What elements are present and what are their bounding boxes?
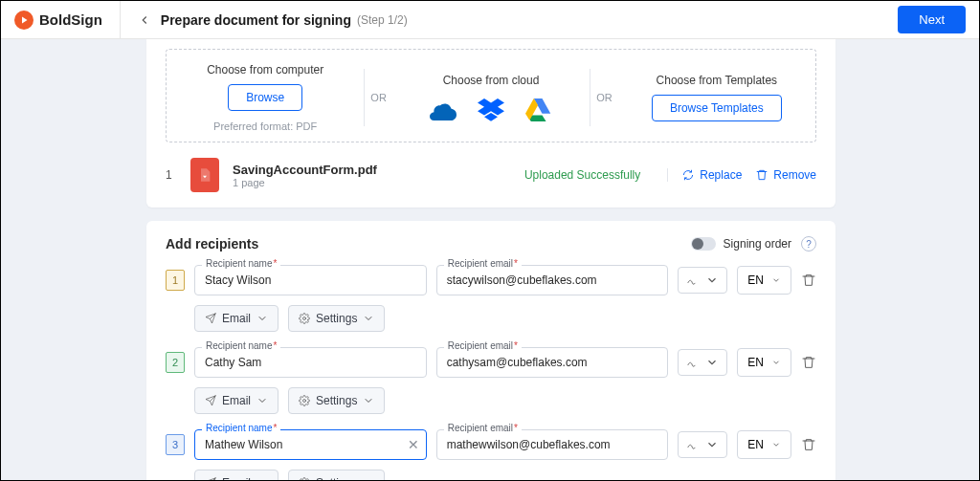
email-btn-label: Email (222, 394, 251, 407)
recipient-name-input[interactable] (194, 265, 427, 295)
language-label: EN (747, 438, 764, 451)
order-badge: 1 (166, 270, 185, 291)
upload-dropzone: Choose from computer Browse Preferred fo… (166, 49, 816, 142)
delete-recipient-button[interactable] (801, 437, 816, 452)
upload-status: Uploaded Successfully (524, 168, 640, 182)
upload-card: Choose from computer Browse Preferred fo… (146, 39, 835, 208)
replace-label: Replace (700, 168, 742, 182)
browse-button[interactable]: Browse (228, 84, 302, 111)
choose-templates-title: Choose from Templates (657, 74, 778, 87)
choose-computer-section: Choose from computer Browse Preferred fo… (167, 63, 364, 132)
or-separator: OR (590, 92, 618, 103)
choose-cloud-section: Choose from cloud (392, 74, 590, 121)
next-button[interactable]: Next (898, 6, 966, 33)
email-dropdown-button[interactable]: Email (194, 387, 278, 414)
help-icon[interactable]: ? (801, 236, 816, 251)
settings-dropdown-button[interactable]: Settings (288, 470, 385, 481)
recipient-row: 2 Recipient name Recipient email EN (166, 347, 816, 414)
recipient-email-input[interactable] (436, 265, 669, 295)
recipient-row: 3 Recipient name ✕ Recipient email EN (166, 429, 816, 481)
email-label: Recipient email (444, 423, 522, 433)
settings-btn-label: Settings (316, 312, 357, 325)
page-body: Choose from computer Browse Preferred fo… (1, 39, 980, 481)
name-label: Recipient name (202, 340, 280, 351)
back-button[interactable] (138, 13, 151, 27)
language-label: EN (747, 356, 764, 369)
remove-button[interactable]: Remove (755, 168, 816, 182)
email-dropdown-button[interactable]: Email (194, 305, 278, 332)
order-badge: 3 (166, 434, 185, 455)
signing-order-toggle[interactable] (691, 237, 716, 251)
brand-name: BoldSign (39, 11, 102, 28)
svg-point-1 (303, 400, 306, 403)
page-title: Prepare document for signing (161, 12, 351, 28)
recipients-title: Add recipients (166, 236, 258, 251)
signature-type-button[interactable] (678, 349, 727, 376)
logo-icon (14, 11, 33, 30)
svg-point-0 (303, 317, 306, 320)
order-badge: 2 (166, 352, 185, 373)
preferred-format: Preferred format: PDF (213, 120, 317, 132)
settings-btn-label: Settings (316, 394, 357, 407)
topbar: BoldSign Prepare document for signing (S… (1, 1, 979, 39)
or-separator: OR (365, 92, 392, 103)
brand-logo[interactable]: BoldSign (14, 1, 121, 38)
delete-recipient-button[interactable] (801, 355, 816, 370)
signature-type-button[interactable] (678, 267, 727, 294)
recipients-card: Add recipients Signing order ? 1 Recipie… (146, 221, 835, 481)
email-label: Recipient email (444, 258, 522, 269)
pdf-icon (190, 158, 219, 192)
language-button[interactable]: EN (737, 430, 791, 459)
settings-dropdown-button[interactable]: Settings (288, 305, 385, 332)
name-label: Recipient name (202, 423, 280, 433)
settings-dropdown-button[interactable]: Settings (288, 387, 385, 414)
file-name: SavingAccountForm.pdf (233, 163, 377, 177)
step-indicator: (Step 1/2) (357, 13, 408, 27)
email-btn-label: Email (222, 312, 251, 325)
onedrive-icon[interactable] (430, 98, 457, 121)
delete-recipient-button[interactable] (801, 273, 816, 288)
language-button[interactable]: EN (737, 266, 791, 295)
googledrive-icon[interactable] (525, 98, 552, 121)
language-label: EN (747, 273, 764, 287)
recipient-name-input[interactable] (194, 429, 427, 460)
name-label: Recipient name (202, 258, 280, 269)
replace-button[interactable]: Replace (681, 168, 742, 182)
email-btn-label: Email (222, 476, 251, 481)
recipient-email-input[interactable] (436, 429, 669, 460)
recipient-name-input[interactable] (194, 347, 427, 378)
settings-btn-label: Settings (316, 476, 357, 481)
file-index: 1 (166, 168, 177, 182)
recipient-email-input[interactable] (436, 347, 669, 378)
uploaded-file-row: 1 SavingAccountForm.pdf 1 page Uploaded … (166, 158, 816, 192)
clear-icon[interactable]: ✕ (408, 437, 419, 452)
email-label: Recipient email (444, 340, 522, 351)
file-pages: 1 page (233, 177, 377, 188)
browse-templates-button[interactable]: Browse Templates (652, 95, 782, 121)
choose-cloud-title: Choose from cloud (443, 74, 540, 87)
email-dropdown-button[interactable]: Email (194, 470, 278, 481)
recipient-row: 1 Recipient name Recipient email EN (166, 265, 816, 332)
language-button[interactable]: EN (737, 348, 791, 377)
signing-order-label: Signing order (724, 237, 791, 251)
choose-computer-title: Choose from computer (207, 63, 323, 77)
signature-type-button[interactable] (678, 431, 727, 458)
choose-templates-section: Choose from Templates Browse Templates (618, 74, 815, 121)
remove-label: Remove (773, 168, 816, 182)
dropbox-icon[interactable] (478, 98, 504, 121)
